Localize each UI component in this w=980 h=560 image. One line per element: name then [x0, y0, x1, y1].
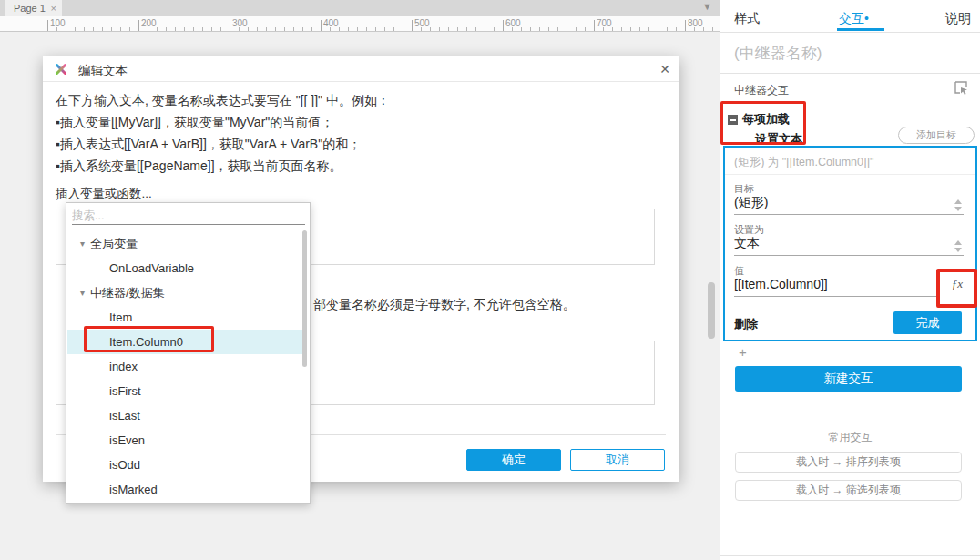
search-input[interactable]: [72, 207, 305, 225]
ok-button[interactable]: 确定: [466, 449, 561, 471]
ruler-label: 300: [232, 18, 248, 28]
tab-style[interactable]: 样式: [734, 11, 760, 27]
add-target-button[interactable]: 添加目标: [898, 127, 975, 144]
dropdown-item-isodd[interactable]: isOdd: [67, 453, 302, 477]
collapse-event-icon[interactable]: [728, 115, 738, 125]
tree-collapse-icon: ▾: [80, 288, 85, 298]
tab-interactions[interactable]: 交互•: [839, 11, 869, 27]
dropdown-item-isfirst[interactable]: isFirst: [67, 379, 302, 403]
common-action-sort-list[interactable]: 载入时 → 排序列表项: [735, 452, 962, 473]
value-input-text: [[Item.Column0]]: [734, 277, 828, 291]
ruler-label: 400: [323, 18, 339, 28]
value-input[interactable]: [[Item.Column0]]: [734, 277, 937, 297]
ruler-label: 100: [50, 18, 66, 28]
dialog-close-icon[interactable]: ✕: [659, 62, 670, 76]
repeater-interactions-label: 中继器交互: [734, 83, 789, 98]
page-tab[interactable]: Page 1 ×: [5, 0, 62, 16]
cancel-button[interactable]: 取消: [570, 449, 665, 471]
target-select-value: (矩形): [734, 195, 768, 209]
dropdown-group-global-variables[interactable]: ▾全局变量: [67, 231, 302, 256]
dropdown-group-label: 全局变量: [90, 237, 138, 250]
panel-divider: [720, 555, 980, 556]
dropdown-group-label: 中继器/数据集: [90, 286, 165, 300]
new-interaction-button[interactable]: 新建交互: [735, 366, 962, 392]
page-tab-label: Page 1: [14, 3, 46, 14]
insert-variable-link[interactable]: 插入变量或函数...: [56, 186, 152, 202]
ruler-label: 200: [141, 18, 157, 28]
ruler-label: 800: [688, 18, 703, 28]
delete-action-button[interactable]: 删除: [734, 316, 758, 332]
dropdown-item-iseven[interactable]: isEven: [67, 428, 302, 453]
tab-close-icon[interactable]: ×: [51, 0, 56, 16]
unsaved-dot: •: [864, 11, 869, 25]
event-item-loaded[interactable]: 每项加载: [742, 111, 790, 127]
ruler-label: 600: [505, 18, 521, 28]
dropdown-item-item[interactable]: Item: [67, 305, 302, 330]
variable-dropdown: ▾全局变量 OnLoadVariable ▾中继器/数据集 Item Item.…: [66, 202, 311, 504]
common-action-filter-list[interactable]: 载入时 → 筛选列表项: [735, 480, 962, 501]
instruction-line: ▪插入系统变量[[PageName]]，获取当前页面名称。: [56, 155, 342, 177]
inspector-panel: 样式 交互• 说明 (中继器名称) 中继器交互 每项加载 设置文本 添加目标 (…: [720, 0, 980, 560]
ruler-label: 700: [597, 18, 612, 28]
tab-overflow-icon[interactable]: ▼: [702, 1, 712, 12]
target-label: 目标: [734, 182, 754, 196]
dropdown-item-ismarked[interactable]: isMarked: [67, 477, 302, 502]
horizontal-ruler: 100 200 300 400 500 600 700 800: [0, 16, 720, 32]
repeater-name-field[interactable]: (中继器名称): [734, 43, 822, 64]
set-to-select[interactable]: 文本: [734, 236, 964, 256]
common-interactions-label: 常用交互: [720, 430, 980, 445]
panel-divider: [720, 32, 980, 33]
action-summary: (矩形) 为 "[[Item.Column0]]": [734, 155, 873, 170]
dropdown-item-islast[interactable]: isLast: [67, 403, 302, 428]
instruction-line: 在下方输入文本, 变量名称或表达式要写在 "[[ ]]" 中。例如：: [56, 89, 390, 111]
select-widget-icon[interactable]: [954, 80, 969, 96]
action-editor-divider: [725, 174, 975, 175]
stepper-chevron-icon[interactable]: [954, 240, 962, 252]
dropdown-scrollbar[interactable]: [302, 230, 307, 367]
active-tab-underline: [837, 28, 884, 31]
value-label: 值: [734, 264, 744, 278]
set-to-label: 设置为: [734, 223, 764, 237]
dialog-title: 编辑文本: [78, 63, 128, 79]
tab-notes[interactable]: 说明: [945, 11, 971, 27]
stepper-chevron-icon[interactable]: [954, 199, 962, 211]
done-button[interactable]: 完成: [893, 311, 962, 334]
set-to-select-value: 文本: [734, 236, 760, 250]
canvas-area: Page 1 × ▼ 100 200 300 400 500 600 700 8…: [0, 0, 720, 560]
local-variable-note: 部变量名称必须是字母数字, 不允许包含空格。: [313, 297, 576, 313]
instruction-line: ▪插入表达式[[VarA + VarB]]，获取"VarA + VarB"的和；: [56, 133, 361, 155]
dropdown-item-onloadvariable[interactable]: OnLoadVariable: [67, 256, 302, 280]
instruction-line: ▪插入变量[[MyVar]]，获取变量"MyVar"的当前值；: [56, 111, 333, 133]
panel-divider: [720, 73, 980, 74]
page-tab-bar: Page 1 × ▼: [0, 0, 720, 16]
axure-logo-icon: [55, 63, 67, 76]
add-action-plus-button[interactable]: +: [739, 344, 747, 360]
fx-function-icon[interactable]: ƒx: [952, 277, 963, 291]
tree-collapse-icon: ▾: [80, 239, 85, 249]
dropdown-item-item-column0[interactable]: Item.Column0: [67, 330, 302, 354]
ruler-label: 500: [414, 18, 430, 28]
tab-interactions-label: 交互: [839, 11, 864, 25]
canvas-vertical-scrollbar[interactable]: [708, 282, 715, 339]
dropdown-group-repeater-dataset[interactable]: ▾中继器/数据集: [67, 280, 302, 305]
dropdown-item-index[interactable]: index: [67, 354, 302, 379]
target-select[interactable]: (矩形): [734, 195, 964, 215]
dialog-header: 编辑文本 ✕: [43, 56, 679, 82]
action-editor-box: (矩形) 为 "[[Item.Column0]]" 目标 (矩形) 设置为 文本…: [723, 146, 977, 341]
